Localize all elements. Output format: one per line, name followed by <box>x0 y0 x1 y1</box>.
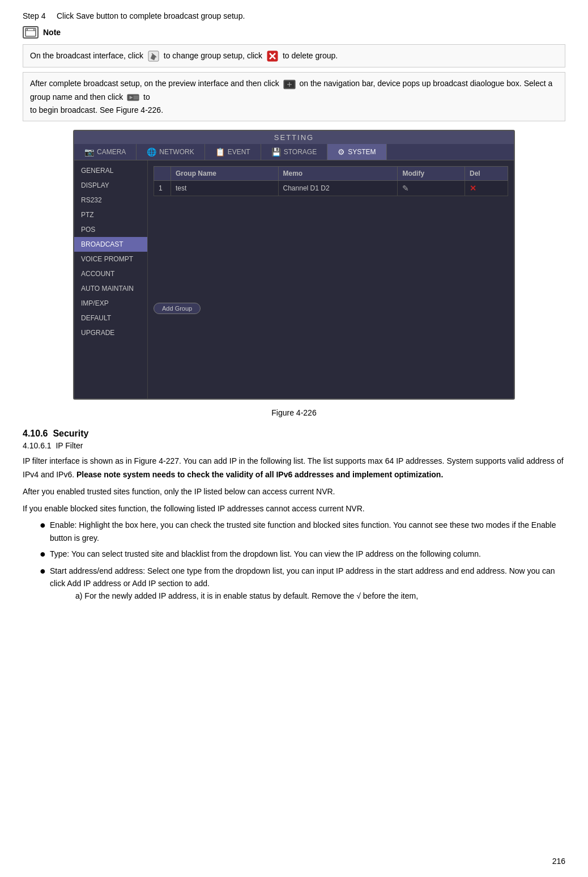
sidebar-item-broadcast[interactable]: BROADCAST <box>74 237 147 252</box>
setting-body: GENERAL DISPLAY RS232 PTZ POS BROADCAST … <box>74 160 514 399</box>
sub-bullet-text: For the newly added IP address, it is in… <box>84 591 418 600</box>
info-box-2: After complete broadcast setup, on the p… <box>23 72 565 121</box>
bullet-item-enable: ● Enable: Highlight the box here, you ca… <box>40 519 565 544</box>
row-del[interactable]: ✕ <box>465 181 508 196</box>
network-tab-label: NETWORK <box>159 148 194 156</box>
setting-title: SETTING <box>74 131 514 144</box>
step-label: Step 4 <box>23 11 57 20</box>
tab-storage[interactable]: 💾 STORAGE <box>261 144 327 160</box>
system-tab-icon: ⚙ <box>338 147 345 156</box>
bullet-text-2: Type: You can select trusted site and bl… <box>50 548 481 560</box>
setting-content: Group Name Memo Modify Del 1 test Channe… <box>148 160 514 399</box>
sub-bullet-label: a) <box>75 591 82 600</box>
para1: IP filter interface is shown as in Figur… <box>23 455 565 482</box>
section-sub: 4.10.6.1 IP Filter <box>23 441 565 450</box>
broadcast-table: Group Name Memo Modify Del 1 test Channe… <box>154 166 508 196</box>
event-tab-icon: 📋 <box>215 147 225 156</box>
section-heading: Security <box>53 429 88 438</box>
col-del: Del <box>465 167 508 181</box>
bullet-text-3-container: Start address/end address: Select one ty… <box>50 565 565 605</box>
add-group-button[interactable]: Add Group <box>154 303 201 314</box>
broadcast-btn-icon <box>127 91 139 104</box>
row-num: 1 <box>154 181 171 196</box>
setting-ui: SETTING 📷 CAMERA 🌐 NETWORK 📋 EVENT 💾 STO… <box>73 130 515 400</box>
info1-mid: to change group setup, click <box>164 51 262 60</box>
row-group-name: test <box>171 181 279 196</box>
row-memo: Channel D1 D2 <box>278 181 398 196</box>
tab-system[interactable]: ⚙ SYSTEM <box>327 144 386 160</box>
del-icon: ✕ <box>470 184 476 193</box>
sidebar-item-ptz[interactable]: PTZ <box>74 207 147 222</box>
pencil-icon <box>147 50 160 62</box>
section-title: 4.10.6 Security <box>23 429 565 439</box>
sidebar-item-pos[interactable]: POS <box>74 222 147 237</box>
storage-tab-label: STORAGE <box>284 148 317 156</box>
setting-sidebar: GENERAL DISPLAY RS232 PTZ POS BROADCAST … <box>74 160 148 399</box>
info-box-1: On the broadcast interface, click to cha… <box>23 44 565 67</box>
camera-tab-label: CAMERA <box>97 148 126 156</box>
table-row: 1 test Channel D1 D2 ✎ ✕ <box>154 181 508 196</box>
col-memo: Memo <box>278 167 398 181</box>
figure-caption: Figure 4-226 <box>23 408 565 417</box>
para3: If you enable blocked sites function, th… <box>23 502 565 516</box>
setting-tabs: 📷 CAMERA 🌐 NETWORK 📋 EVENT 💾 STORAGE ⚙ S… <box>74 144 514 160</box>
page-number: 216 <box>552 857 565 866</box>
sidebar-item-display[interactable]: DISPLAY <box>74 178 147 193</box>
delete-icon <box>266 50 279 62</box>
sub-bullet-a: a) For the newly added IP address, it is… <box>75 590 565 602</box>
sub-number: 4.10.6.1 <box>23 441 52 450</box>
bullet-dot-3: ● <box>40 565 50 578</box>
event-tab-label: EVENT <box>228 148 250 156</box>
col-group-name: Group Name <box>171 167 279 181</box>
network-tab-icon: 🌐 <box>147 147 156 156</box>
bullet-text-3: Start address/end address: Select one ty… <box>50 566 555 588</box>
sidebar-item-auto-maintain[interactable]: AUTO MAINTAIN <box>74 281 147 296</box>
note-icon <box>23 26 39 39</box>
storage-tab-icon: 💾 <box>271 147 281 156</box>
info2-post: to begin broadcast. See Figure 4-226. <box>30 105 163 115</box>
bullet-list: ● Enable: Highlight the box here, you ca… <box>40 519 565 604</box>
sidebar-item-general[interactable]: GENERAL <box>74 163 147 178</box>
para1-bold: Please note system needs to check the va… <box>76 470 443 479</box>
sidebar-item-default[interactable]: DEFAULT <box>74 311 147 325</box>
info1-post: to delete group. <box>283 51 338 60</box>
tab-network[interactable]: 🌐 NETWORK <box>137 144 204 160</box>
bullet-item-address: ● Start address/end address: Select one … <box>40 565 565 605</box>
sidebar-item-upgrade[interactable]: UPGRADE <box>74 325 147 340</box>
section-number: 4.10.6 <box>23 429 48 438</box>
row-modify[interactable]: ✎ <box>398 181 465 196</box>
bullet-dot-2: ● <box>40 548 50 561</box>
info1-pre: On the broadcast interface, click <box>30 51 143 60</box>
info2-pre: After complete broadcast setup, on the p… <box>30 79 279 88</box>
note-label: Note <box>43 28 61 37</box>
system-tab-label: SYSTEM <box>348 148 376 156</box>
tab-event[interactable]: 📋 EVENT <box>205 144 261 160</box>
col-modify: Modify <box>398 167 465 181</box>
sidebar-item-imp-exp[interactable]: IMP/EXP <box>74 296 147 311</box>
sub-title: IP Filter <box>56 441 83 450</box>
sidebar-item-voice-prompt[interactable]: VOICE PROMPT <box>74 252 147 266</box>
step-text: Click Save button to complete broadcast … <box>57 11 245 20</box>
info2-to: to <box>143 92 150 101</box>
sidebar-item-rs232[interactable]: RS232 <box>74 193 147 207</box>
modify-icon: ✎ <box>402 184 409 193</box>
step-header: Step 4 Click Save button to complete bro… <box>23 11 565 20</box>
bullet-text-1: Enable: Highlight the box here, you can … <box>50 519 565 544</box>
bullet-item-type: ● Type: You can select trusted site and … <box>40 548 565 561</box>
note-block: Note <box>23 26 565 39</box>
camera-tab-icon: 📷 <box>84 147 94 156</box>
col-num <box>154 167 171 181</box>
sidebar-item-account[interactable]: ACCOUNT <box>74 266 147 281</box>
para2: After you enabled trusted sites function… <box>23 485 565 499</box>
bullet-dot-1: ● <box>40 519 50 532</box>
tab-camera[interactable]: 📷 CAMERA <box>74 144 137 160</box>
nav-icon <box>283 78 296 91</box>
